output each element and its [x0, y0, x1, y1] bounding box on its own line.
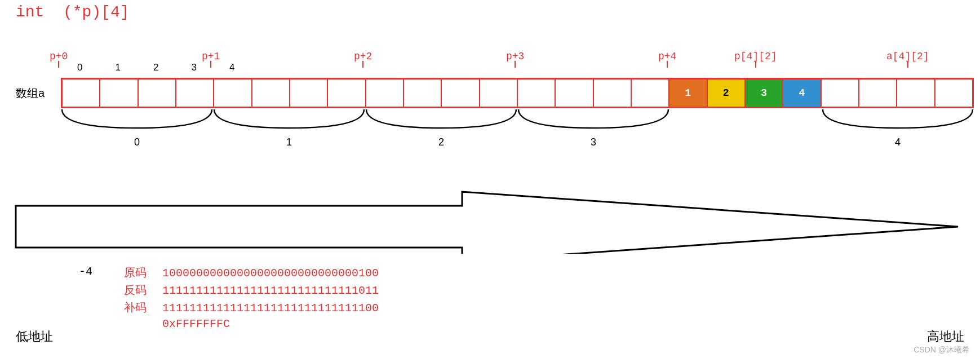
cell-index-13 — [556, 62, 594, 78]
group-labels-row: 01234 — [61, 136, 974, 152]
cell-8 — [366, 80, 404, 107]
low-address-label: 低地址 — [16, 328, 53, 345]
ptr-label-p+3: p+3 — [506, 51, 524, 62]
cell-index-4: 4 — [213, 62, 251, 78]
neg-number: -4 — [79, 265, 92, 278]
cell-17: 2 — [708, 80, 746, 107]
cell-index-12 — [517, 62, 556, 78]
cell-2 — [139, 80, 176, 107]
group-label-1: 1 — [286, 136, 292, 148]
cell-0 — [63, 80, 100, 107]
cell-4 — [214, 80, 252, 107]
cell-10 — [442, 80, 480, 107]
ptr-label-p[4][2]: p[4][2] — [734, 51, 777, 62]
code-row-1: 反码11111111111111111111111111111011 — [124, 282, 379, 298]
cell-3 — [176, 80, 214, 107]
high-address-label: 高地址 — [927, 328, 964, 345]
cell-index-9 — [403, 62, 442, 78]
cell-1 — [100, 80, 138, 107]
cell-index-18 — [746, 62, 784, 78]
ptr-label-p+2: p+2 — [354, 51, 372, 62]
code-value-2: 11111111111111111111111111111100 — [162, 302, 379, 315]
cell-indices-row: 01234 — [61, 62, 974, 78]
cell-20 — [822, 80, 859, 107]
cell-index-7 — [327, 62, 366, 78]
code-value-1: 11111111111111111111111111111011 — [162, 284, 379, 297]
pointer-labels-row: p+0p+1p+2p+3p+4p[4][2]a[4][2] — [61, 31, 974, 62]
cell-9 — [404, 80, 442, 107]
cell-index-23 — [936, 62, 974, 78]
code-row-3: 0xFFFFFFFC — [124, 317, 379, 330]
code-value-3: 0xFFFFFFFC — [162, 317, 230, 330]
cell-index-17 — [708, 62, 746, 78]
cell-7 — [328, 80, 366, 107]
code-label-2: 补码 — [124, 300, 158, 315]
cell-13 — [556, 80, 593, 107]
arrow-section — [0, 186, 980, 254]
cell-18: 3 — [746, 80, 783, 107]
group-label-0: 0 — [134, 136, 140, 148]
codes-section: -4原码10000000000000000000000000000100反码11… — [124, 265, 379, 333]
code-label-0: 原码 — [124, 265, 158, 280]
page-title: int (*p)[4] — [16, 3, 130, 21]
cell-22 — [897, 80, 935, 107]
svg-marker-0 — [16, 192, 958, 254]
cell-index-20 — [822, 62, 860, 78]
cell-6 — [290, 80, 328, 107]
cell-19: 4 — [783, 80, 821, 107]
cells-container: 1234 — [61, 78, 974, 108]
cell-21 — [859, 80, 897, 107]
group-label-4: 4 — [895, 136, 901, 148]
cell-index-10 — [441, 62, 480, 78]
ptr-label-p+4: p+4 — [658, 51, 676, 62]
code-label-1: 反码 — [124, 282, 158, 298]
cell-index-15 — [632, 62, 670, 78]
cell-index-6 — [289, 62, 327, 78]
watermark: CSDN @沐曦希 — [914, 345, 970, 355]
cell-index-8 — [365, 62, 403, 78]
code-row-0: -4原码10000000000000000000000000000100 — [124, 265, 379, 280]
array-label: 数组a — [16, 86, 61, 101]
code-row-2: 补码11111111111111111111111111111100 — [124, 300, 379, 315]
cell-23 — [935, 80, 972, 107]
ptr-label-p+0: p+0 — [50, 51, 68, 62]
array-diagram: p+0p+1p+2p+3p+4p[4][2]a[4][2] 01234 数组a … — [16, 31, 974, 152]
cell-index-5 — [251, 62, 290, 78]
cell-index-1: 1 — [99, 62, 138, 78]
cell-index-22 — [898, 62, 936, 78]
cell-index-19 — [784, 62, 822, 78]
cell-index-21 — [860, 62, 898, 78]
cell-11 — [480, 80, 518, 107]
cell-index-14 — [593, 62, 632, 78]
cell-index-3: 3 — [175, 62, 214, 78]
group-label-2: 2 — [438, 136, 444, 148]
brackets-svg — [61, 108, 974, 136]
cell-12 — [518, 80, 556, 107]
ptr-label-a[4][2]: a[4][2] — [886, 51, 929, 62]
cell-15 — [632, 80, 669, 107]
cell-5 — [252, 80, 290, 107]
group-label-3: 3 — [591, 136, 596, 148]
code-value-0: 10000000000000000000000000000100 — [162, 267, 379, 280]
cell-14 — [594, 80, 632, 107]
arrow-svg — [0, 186, 980, 254]
cell-16: 1 — [669, 80, 707, 107]
array-row: 数组a 1234 — [16, 78, 974, 108]
cell-index-11 — [480, 62, 518, 78]
cell-index-0: 0 — [61, 62, 99, 78]
cell-index-2: 2 — [137, 62, 175, 78]
cell-index-16 — [669, 62, 708, 78]
ptr-label-p+1: p+1 — [202, 51, 220, 62]
group-brackets — [61, 108, 974, 136]
